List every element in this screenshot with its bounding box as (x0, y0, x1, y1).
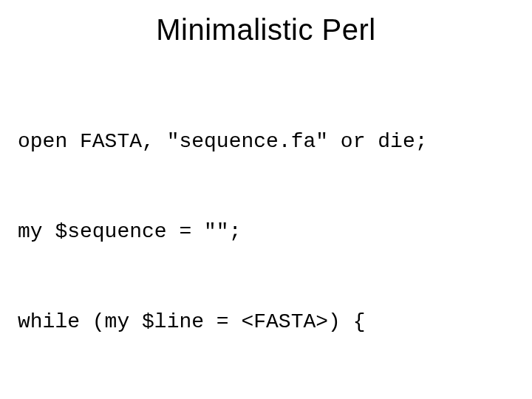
code-block: open FASTA, "sequence.fa" or die; my $se… (18, 67, 511, 399)
code-line: my $sequence = ""; (18, 217, 511, 248)
code-line: while (my $line = <FASTA>) { (18, 307, 511, 338)
slide: Minimalistic Perl open FASTA, "sequence.… (0, 0, 532, 399)
code-line: open FASTA, "sequence.fa" or die; (18, 127, 511, 157)
slide-title: Minimalistic Perl (21, 13, 511, 47)
